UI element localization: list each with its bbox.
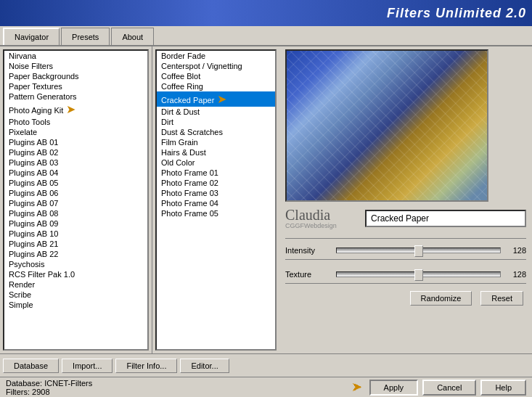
left-list-item[interactable]: Photo Aging Kit➤ <box>4 102 147 117</box>
middle-panel: Border FadeCenterspot / VignettingCoffee… <box>152 46 279 353</box>
texture-slider[interactable] <box>336 271 501 277</box>
middle-list-item[interactable]: Photo Frame 03 <box>157 188 275 198</box>
middle-list-item[interactable]: Dirt & Dust <box>157 107 275 117</box>
middle-list-item[interactable]: Dirt <box>157 117 275 127</box>
signature-sub: CGGFWebdesign <box>285 222 365 229</box>
randomize-button[interactable]: Randomize <box>410 291 472 306</box>
left-list-item[interactable]: Plugins AB 10 <box>4 229 147 239</box>
middle-list-item[interactable]: Coffee Ring <box>157 81 275 91</box>
signature: Claudia <box>285 208 365 222</box>
left-panel: NirvanaNoise FiltersPaper BackgroundsPap… <box>0 46 152 353</box>
left-list-item[interactable]: Noise Filters <box>4 61 147 71</box>
intensity-value: 128 <box>501 246 526 255</box>
database-button[interactable]: Database <box>3 359 59 373</box>
middle-list-item[interactable]: Photo Frame 04 <box>157 198 275 208</box>
database-value: ICNET-Filters <box>44 379 92 388</box>
texture-row: Texture 128 <box>285 270 526 279</box>
left-list-item[interactable]: Plugins AB 07 <box>4 198 147 208</box>
help-button[interactable]: Help <box>480 380 526 396</box>
app-title: Filters Unlimited 2.0 <box>387 6 526 21</box>
middle-list-item[interactable]: Photo Frame 01 <box>157 168 275 178</box>
middle-list-item[interactable]: Dust & Scratches <box>157 127 275 137</box>
left-list-item[interactable]: Simple <box>4 300 147 310</box>
texture-value: 128 <box>501 270 526 279</box>
intensity-label: Intensity <box>285 246 336 255</box>
left-list-item[interactable]: Plugins AB 08 <box>4 208 147 218</box>
left-list-item[interactable]: Scribe <box>4 290 147 300</box>
middle-list-item[interactable]: Photo Frame 02 <box>157 178 275 188</box>
title-bar: Filters Unlimited 2.0 <box>0 0 532 26</box>
middle-list-item[interactable]: Film Grain <box>157 137 275 147</box>
middle-list-item[interactable]: Photo Frame 05 <box>157 208 275 218</box>
middle-list-item[interactable]: Coffee Blot <box>157 71 275 81</box>
right-panel: Claudia CGGFWebdesign Cracked Paper Inte… <box>279 46 532 353</box>
left-list-item[interactable]: Pattern Generators <box>4 91 147 102</box>
status-bar: Database: ICNET-Filters Filters: 2908 ⮞ … <box>0 377 532 397</box>
middle-list-item[interactable]: Cracked Paper➤ <box>157 91 275 107</box>
middle-list-item[interactable]: Centerspot / Vignetting <box>157 61 275 71</box>
left-list-item[interactable]: Paper Textures <box>4 81 147 91</box>
status-info: Database: ICNET-Filters Filters: 2908 <box>6 379 352 396</box>
left-list-item[interactable]: Plugins AB 04 <box>4 168 147 178</box>
left-list-item[interactable]: Plugins AB 21 <box>4 239 147 249</box>
left-list-item[interactable]: Plugins AB 06 <box>4 188 147 198</box>
intensity-slider[interactable] <box>336 247 501 253</box>
tab-about[interactable]: About <box>111 28 154 45</box>
apply-button[interactable]: Apply <box>369 380 419 396</box>
reset-button[interactable]: Reset <box>480 291 523 306</box>
left-list-item[interactable]: Psychosis <box>4 259 147 269</box>
middle-list-item[interactable]: Hairs & Dust <box>157 147 275 157</box>
filter-list[interactable]: Border FadeCenterspot / VignettingCoffee… <box>155 49 277 351</box>
tab-navigator[interactable]: Navigator <box>3 28 60 45</box>
middle-list-item[interactable]: Old Color <box>157 157 275 168</box>
texture-label: Texture <box>285 270 336 279</box>
left-list-item[interactable]: Photo Tools <box>4 117 147 127</box>
import-button[interactable]: Import... <box>62 359 112 373</box>
left-list-item[interactable]: Plugins AB 09 <box>4 218 147 229</box>
left-list-item[interactable]: Plugins AB 22 <box>4 249 147 259</box>
left-list-item[interactable]: Plugins AB 03 <box>4 157 147 168</box>
filter-name-display: Cracked Paper <box>365 210 526 227</box>
filter-info-button[interactable]: Filter Info... <box>115 359 177 373</box>
left-list-item[interactable]: Plugins AB 01 <box>4 137 147 147</box>
main-content: NirvanaNoise FiltersPaper BackgroundsPap… <box>0 46 532 353</box>
bottom-toolbar: Database Import... Filter Info... Editor… <box>0 353 532 377</box>
category-list[interactable]: NirvanaNoise FiltersPaper BackgroundsPap… <box>3 49 149 351</box>
filters-value: 2908 <box>32 388 49 396</box>
cancel-button[interactable]: Cancel <box>422 380 476 396</box>
intensity-row: Intensity 128 <box>285 246 526 255</box>
left-list-item[interactable]: Paper Backgrounds <box>4 71 147 81</box>
tabs-row: Navigator Presets About <box>0 26 532 46</box>
tab-presets[interactable]: Presets <box>61 28 110 45</box>
left-list-item[interactable]: Nirvana <box>4 51 147 61</box>
left-list-item[interactable]: RCS Filter Pak 1.0 <box>4 269 147 279</box>
middle-list-item[interactable]: Border Fade <box>157 51 275 61</box>
apply-arrow-icon: ⮞ <box>352 382 362 393</box>
left-list-item[interactable]: Plugins AB 02 <box>4 147 147 157</box>
left-list-item[interactable]: Render <box>4 279 147 290</box>
left-list-item[interactable]: Plugins AB 05 <box>4 178 147 188</box>
database-label: Database: <box>6 379 42 388</box>
preview-image <box>285 49 488 202</box>
left-list-item[interactable]: Pixelate <box>4 127 147 137</box>
filters-label: Filters: <box>6 388 30 396</box>
filter-name-row: Claudia CGGFWebdesign Cracked Paper <box>285 205 526 232</box>
editor-button[interactable]: Editor... <box>180 359 229 373</box>
